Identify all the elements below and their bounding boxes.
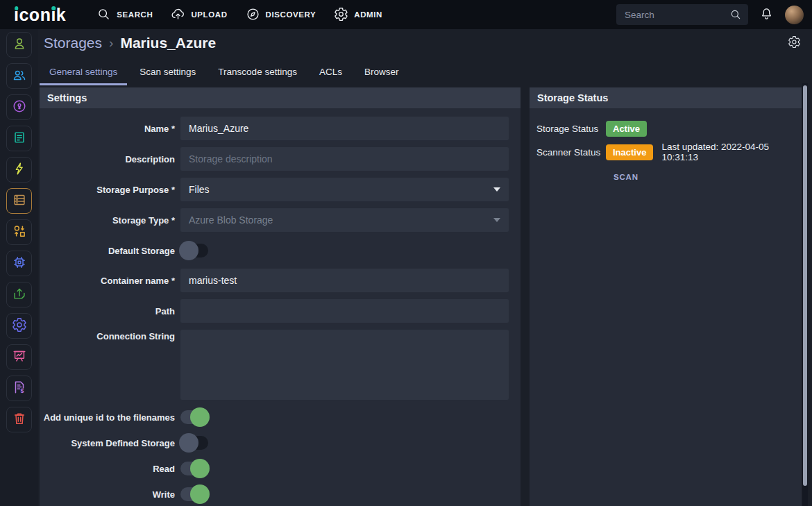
form-row-connection-string: Connection String bbox=[40, 330, 521, 400]
sidebar-item-transcoders[interactable] bbox=[6, 251, 32, 276]
menu-item-admin[interactable]: ADMIN bbox=[334, 7, 382, 23]
menu-label: UPLOAD bbox=[191, 10, 227, 19]
storage-type-select[interactable]: Azure Blob Storage bbox=[180, 208, 509, 232]
admin-sidebar: $ bbox=[0, 29, 38, 506]
menu-item-discovery[interactable]: DISCOVERY bbox=[246, 7, 316, 23]
toggle-knob bbox=[190, 459, 210, 478]
lightning-bolt-icon bbox=[12, 161, 27, 179]
storage-purpose-label: Storage Purpose * bbox=[40, 185, 180, 195]
logo-letter: k bbox=[56, 0, 66, 29]
top-navbar: iconik SEARCH UPLOAD DISCOVERY ADMIN bbox=[0, 0, 812, 29]
storage-tabs: General settings Scan settings Transcode… bbox=[40, 62, 411, 85]
export-box-icon bbox=[12, 286, 27, 304]
invoice-document-icon: $ bbox=[12, 380, 27, 398]
tab-scan-settings[interactable]: Scan settings bbox=[130, 62, 205, 85]
keyhole-lock-icon bbox=[12, 99, 27, 117]
main-content: Storages › Marius_Azure General settings… bbox=[38, 29, 812, 506]
form-row-write: Write bbox=[40, 484, 521, 504]
chevron-down-icon bbox=[493, 187, 500, 192]
form-row-system-defined: System Defined Storage bbox=[40, 433, 521, 453]
users-group-icon bbox=[12, 67, 27, 85]
chip-icon bbox=[12, 255, 27, 273]
default-storage-label: Default Storage bbox=[40, 246, 180, 256]
tab-browser[interactable]: Browser bbox=[355, 62, 409, 85]
path-input[interactable] bbox=[180, 299, 509, 323]
svg-text:$: $ bbox=[20, 387, 24, 394]
tab-general-settings[interactable]: General settings bbox=[40, 62, 127, 85]
storage-servers-icon bbox=[12, 192, 27, 210]
form-row-default-storage: Default Storage bbox=[40, 241, 521, 260]
description-label: Description bbox=[40, 154, 180, 165]
user-icon bbox=[12, 36, 27, 54]
form-row-unique-id: Add unique id to the filenames bbox=[40, 407, 521, 427]
panel-title: Settings bbox=[47, 92, 87, 103]
storage-type-label: Storage Type * bbox=[40, 215, 180, 226]
description-input[interactable] bbox=[180, 147, 509, 171]
sidebar-item-analytics[interactable] bbox=[6, 344, 32, 370]
unique-id-label: Add unique id to the filenames bbox=[40, 412, 180, 423]
global-search bbox=[616, 4, 748, 25]
path-label: Path bbox=[40, 306, 180, 317]
tab-transcode-settings[interactable]: Transcode settings bbox=[208, 62, 307, 85]
write-toggle[interactable] bbox=[180, 487, 208, 501]
avatar[interactable] bbox=[785, 6, 804, 24]
page-settings-gear-icon[interactable] bbox=[788, 35, 801, 51]
storage-status-panel-header: Storage Status bbox=[530, 87, 802, 108]
cloud-upload-icon bbox=[171, 7, 185, 23]
form-row-description: Description bbox=[40, 147, 521, 171]
search-icon bbox=[96, 7, 111, 23]
page-title: Marius_Azure bbox=[120, 35, 216, 51]
write-label: Write bbox=[40, 489, 180, 500]
name-input[interactable] bbox=[180, 117, 509, 140]
container-name-input[interactable] bbox=[180, 269, 509, 292]
select-value: Azure Blob Storage bbox=[189, 214, 273, 226]
logo-letter: con bbox=[19, 0, 51, 29]
tab-acls[interactable]: ACLs bbox=[310, 62, 352, 85]
connection-string-label: Connection String bbox=[40, 330, 180, 341]
scanner-status-label: Scanner Status bbox=[536, 147, 606, 158]
chevron-down-icon bbox=[493, 218, 500, 222]
sidebar-item-transfers[interactable] bbox=[6, 219, 32, 245]
connection-string-textarea[interactable] bbox=[180, 330, 509, 400]
sidebar-item-billing[interactable]: $ bbox=[6, 376, 32, 401]
gear-icon bbox=[334, 7, 348, 23]
read-toggle[interactable] bbox=[180, 462, 208, 475]
system-defined-toggle[interactable] bbox=[180, 436, 208, 450]
bell-icon[interactable] bbox=[759, 6, 774, 24]
storage-purpose-select[interactable]: Files bbox=[180, 178, 509, 201]
toggle-knob bbox=[179, 241, 198, 260]
breadcrumb-storages-link[interactable]: Storages bbox=[44, 35, 102, 51]
sidebar-item-metadata[interactable] bbox=[6, 126, 32, 151]
transfer-arrows-icon bbox=[12, 224, 27, 242]
sidebar-item-users[interactable] bbox=[6, 32, 32, 58]
sidebar-item-exports[interactable] bbox=[6, 282, 32, 307]
settings-panel: Settings Name * Description Storage Purp… bbox=[40, 87, 521, 506]
document-lines-icon bbox=[12, 130, 27, 148]
name-label: Name * bbox=[40, 124, 180, 134]
sidebar-item-settings[interactable] bbox=[6, 313, 32, 339]
menu-item-upload[interactable]: UPLOAD bbox=[171, 7, 227, 23]
storage-status-row: Storage Status Active bbox=[536, 119, 795, 137]
navbar-right bbox=[616, 4, 804, 25]
scan-button[interactable]: SCAN bbox=[609, 170, 643, 184]
iconik-logo[interactable]: iconik bbox=[14, 0, 66, 29]
toggle-knob bbox=[190, 407, 210, 427]
unique-id-toggle[interactable] bbox=[180, 410, 208, 424]
search-input[interactable] bbox=[616, 4, 748, 25]
sidebar-item-trash[interactable] bbox=[6, 407, 32, 432]
scrollbar-thumb[interactable] bbox=[803, 85, 807, 486]
sidebar-item-security[interactable] bbox=[6, 94, 32, 120]
form-row-read: Read bbox=[40, 459, 521, 478]
logo-letter: i bbox=[51, 0, 56, 29]
menu-label: ADMIN bbox=[354, 10, 382, 19]
scanner-status-badge: Inactive bbox=[606, 144, 653, 160]
default-storage-toggle[interactable] bbox=[180, 244, 208, 258]
breadcrumb-separator: › bbox=[109, 35, 113, 51]
sidebar-item-storages[interactable] bbox=[6, 188, 32, 214]
menu-item-search[interactable]: SEARCH bbox=[96, 7, 153, 23]
sidebar-item-jobs[interactable] bbox=[6, 157, 32, 183]
scan-row: SCAN bbox=[536, 168, 795, 186]
sidebar-item-groups[interactable] bbox=[6, 63, 32, 89]
settings-panel-header: Settings bbox=[40, 87, 521, 108]
form-row-path: Path bbox=[40, 299, 521, 323]
